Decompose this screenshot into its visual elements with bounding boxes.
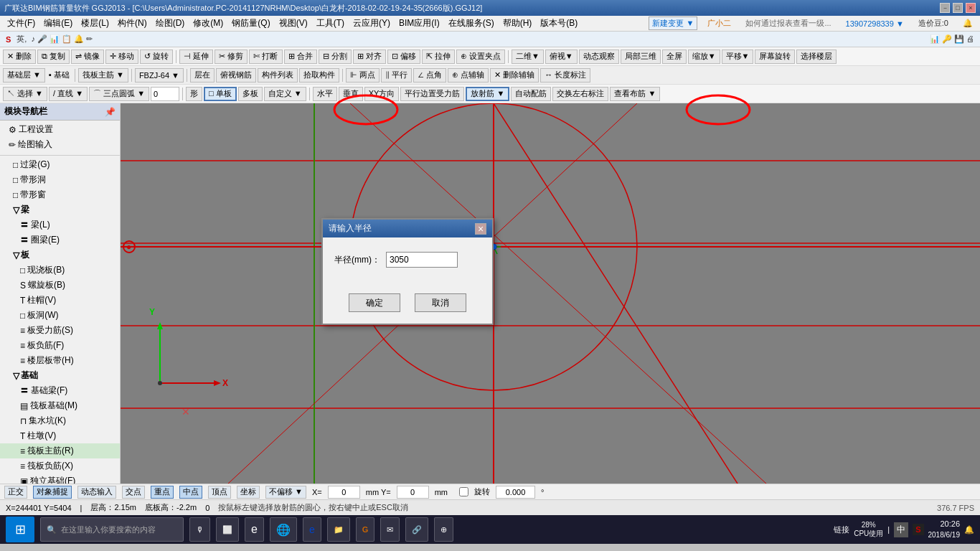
btn-line[interactable]: / 直线 ▼ <box>49 87 88 101</box>
menu-edit[interactable]: 编辑(E) <box>39 16 77 31</box>
btn-auto-bar[interactable]: 自动配筋 <box>511 87 551 101</box>
sidebar-item-draw-input[interactable]: ✏ 绘图输入 <box>3 137 117 152</box>
coord-x-value[interactable] <box>328 486 360 499</box>
taskbar-app-mail[interactable]: ✉ <box>380 517 400 542</box>
sidebar-item-raft-neg-bar[interactable]: ≡ 筏板负筋(X) <box>0 458 120 474</box>
sidebar-item-col-pier[interactable]: T 柱墩(V) <box>0 428 120 443</box>
taskbar-app-explorer[interactable]: 📁 <box>327 517 350 542</box>
sidebar-item-project-settings[interactable]: ⚙ 工程设置 <box>3 122 117 137</box>
btn-view-bar[interactable]: 查看布筋 ▼ <box>610 87 660 101</box>
btn-2d[interactable]: 二维▼ <box>512 50 544 64</box>
sidebar-cat-foundation[interactable]: ▽ 基础 <box>0 368 120 383</box>
sidebar-item-slab-bar[interactable]: ≡ 板受力筋(S) <box>0 323 120 338</box>
menu-modify[interactable]: 修改(M) <box>189 16 227 31</box>
angle-input[interactable] <box>151 87 179 101</box>
tray-ime-s[interactable]: S <box>913 524 923 535</box>
btn-vertex[interactable]: 顶点 <box>208 486 231 499</box>
btn-split[interactable]: ⊟ 分割 <box>319 50 352 64</box>
taskbar-app-edge-old[interactable]: e <box>245 517 264 542</box>
btn-break[interactable]: ✄ 打断 <box>249 50 282 64</box>
btn-del-axis[interactable]: ✕ 删除辅轴 <box>490 68 539 83</box>
sidebar-cat-slab[interactable]: ▽ 板 <box>0 248 120 263</box>
btn-select-mode[interactable]: ↖ 选择 ▼ <box>3 87 47 101</box>
menu-view[interactable]: 视图(V) <box>275 16 312 31</box>
sidebar-item-found-beam[interactable]: 〓 基础梁(F) <box>0 383 120 398</box>
dialog-confirm-button[interactable]: 确定 <box>349 293 400 312</box>
menu-draw[interactable]: 绘图(D) <box>151 16 189 31</box>
dialog-close-button[interactable]: × <box>475 223 486 235</box>
btn-ortho[interactable]: 正交 <box>4 486 27 499</box>
layer-select[interactable]: 基础层 ▼ <box>3 68 45 83</box>
btn-xy-dir[interactable]: XY方向 <box>364 87 400 101</box>
sidebar-item-floor-band[interactable]: ≡ 楼层板带(H) <box>0 353 120 368</box>
taskbar-app-edge-new[interactable]: 🌐 <box>270 517 297 542</box>
radius-input[interactable] <box>386 252 458 268</box>
btn-vertical[interactable]: 垂直 <box>339 87 363 101</box>
menu-element[interactable]: 构件(N) <box>113 16 151 31</box>
btn-mirror[interactable]: ⇌ 镜像 <box>71 50 104 64</box>
sidebar-item-neg-bar[interactable]: ≡ 板负筋(F) <box>0 338 120 353</box>
btn-snap[interactable]: 对象捕捉 <box>33 486 72 499</box>
start-button[interactable]: ⊞ <box>6 517 34 542</box>
btn-dynamic-input[interactable]: 动态输入 <box>77 486 116 499</box>
menu-floor[interactable]: 楼层(L) <box>77 16 113 31</box>
sidebar-cat-beam[interactable]: ▽ 梁 <box>0 202 120 217</box>
menu-guangxiao[interactable]: 广小二 <box>703 17 735 30</box>
taskbar-app-ie[interactable]: e <box>303 517 321 542</box>
btn-point-angle[interactable]: ∠ 点角 <box>413 68 446 83</box>
btn-custom[interactable]: 自定义 ▼ <box>264 87 306 101</box>
btn-align[interactable]: ⊞ 对齐 <box>353 50 386 64</box>
btn-pick-element[interactable]: 拾取构件 <box>299 68 339 83</box>
taskbar-app-plus[interactable]: ⊕ <box>434 517 453 542</box>
menu-cloud[interactable]: 云应用(Y) <box>349 16 395 31</box>
close-button[interactable]: × <box>966 3 976 13</box>
menu-rebar-qty[interactable]: 钢筋量(Q) <box>227 16 274 31</box>
rotate-checkbox[interactable] <box>459 487 468 496</box>
taskbar-app-gdal[interactable]: G <box>356 517 375 542</box>
btn-rotate[interactable]: ↺ 旋转 <box>140 50 173 64</box>
btn-set-grip[interactable]: ⊕ 设置夹点 <box>456 50 505 64</box>
sidebar-item-sump[interactable]: ⊓ 集水坑(K) <box>0 413 120 428</box>
btn-no-offset[interactable]: 不偏移 ▼ <box>265 486 306 499</box>
sidebar-item-spiral-slab[interactable]: S 螺旋板(B) <box>0 278 120 293</box>
taskbar-app-link[interactable]: 🔗 <box>405 517 428 542</box>
btn-move[interactable]: ✛ 移动 <box>105 50 138 64</box>
btn-element-list[interactable]: 构件列表 <box>258 68 298 83</box>
taskbar-search[interactable]: 🔍 在这里输入你要搜索的内容 <box>40 517 184 542</box>
canvas-area[interactable]: ● Y X ✕ 请输入半径 × 半径(mm) <box>121 103 980 484</box>
sidebar-item-slab-hole[interactable]: □ 板洞(W) <box>0 308 120 323</box>
btn-offset[interactable]: ⊡ 偏移 <box>387 50 420 64</box>
element-select[interactable]: FBZJ-64 ▼ <box>135 68 184 83</box>
btn-shape[interactable]: 形 <box>186 87 202 101</box>
btn-dynamic-obs[interactable]: 动态观察 <box>579 50 619 64</box>
btn-coord[interactable]: 坐标 <box>237 486 260 499</box>
menu-tools[interactable]: 工具(T) <box>312 16 349 31</box>
btn-delete[interactable]: ✕ 删除 <box>3 50 36 64</box>
dialog-cancel-button[interactable]: 取消 <box>415 293 466 312</box>
btn-point-axis[interactable]: ⊕ 点辅轴 <box>448 68 489 83</box>
taskbar-app-cortana[interactable]: 🎙 <box>189 517 210 542</box>
sidebar-item-column-cap[interactable]: T 柱帽(V) <box>0 293 120 308</box>
btn-screen-rotate[interactable]: 屏幕旋转 <box>755 50 795 64</box>
sidebar-item-raft-main-bar[interactable]: ≡ 筏板主筋(R) <box>0 443 120 458</box>
bar-type-select[interactable]: 筏板主筋 ▼ <box>78 68 128 83</box>
taskbar-app-taskswitcher[interactable]: ⬜ <box>216 517 239 542</box>
sidebar-item-cast-slab[interactable]: □ 现浇板(B) <box>0 263 120 278</box>
minimize-button[interactable]: － <box>940 3 950 13</box>
btn-arc[interactable]: ⌒ 三点圆弧 ▼ <box>89 87 149 101</box>
sidebar-item-beam-l[interactable]: 〓 梁(L) <box>0 217 120 232</box>
btn-rebar-topview[interactable]: 俯视钢筋 <box>216 68 256 83</box>
menu-new-change[interactable]: 新建变更 ▼ <box>649 17 697 30</box>
coord-y-value[interactable] <box>397 486 429 499</box>
btn-select-floor[interactable]: 选择楼层 <box>796 50 837 64</box>
menu-bim[interactable]: BIM应用(I) <box>395 16 444 31</box>
btn-parallel[interactable]: ∥ 平行 <box>381 68 412 83</box>
btn-merge[interactable]: ⊞ 合并 <box>284 50 317 64</box>
btn-parallel-bar[interactable]: 平行边置受力筋 <box>400 87 464 101</box>
btn-zoom[interactable]: 缩放▼ <box>688 50 720 64</box>
btn-swap-label[interactable]: 交换左右标注 <box>552 87 608 101</box>
btn-single-plate[interactable]: □ 单板 <box>204 87 237 101</box>
btn-top-view[interactable]: 俯视▼ <box>545 50 578 64</box>
menu-help[interactable]: 帮助(H) <box>499 16 537 31</box>
btn-trim[interactable]: ✂ 修剪 <box>215 50 248 64</box>
